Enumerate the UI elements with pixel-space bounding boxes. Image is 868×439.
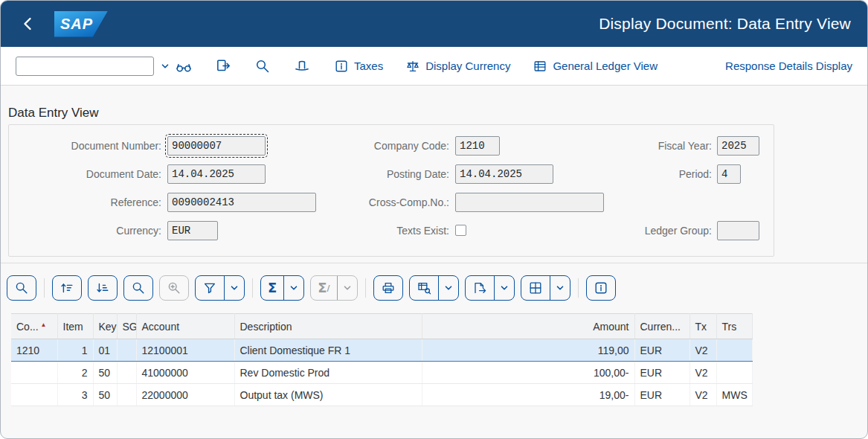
table-cell: 19,00- bbox=[422, 384, 634, 406]
column-header-amount[interactable]: Amount bbox=[422, 314, 634, 339]
document-date-label: Document Date: bbox=[9, 164, 161, 184]
column-header-label: Tx bbox=[695, 321, 707, 333]
column-header-label: Amount bbox=[593, 321, 629, 333]
back-button[interactable] bbox=[17, 13, 39, 35]
document-header-panel: Document Number: 90000007 Company Code: … bbox=[8, 124, 774, 257]
document-number-field[interactable]: 90000007 bbox=[167, 136, 266, 156]
cross-comp-no-field[interactable] bbox=[455, 193, 604, 212]
response-details-display-label: Response Details Display bbox=[725, 60, 852, 72]
column-header-label: Account bbox=[142, 321, 180, 333]
display-change-button[interactable] bbox=[174, 57, 193, 76]
chevron-down-icon[interactable] bbox=[156, 62, 174, 71]
toolbar-separator bbox=[365, 278, 366, 298]
column-header-account[interactable]: Account bbox=[136, 314, 234, 339]
views-button[interactable] bbox=[409, 275, 459, 301]
sort-ascending-icon bbox=[60, 281, 74, 295]
find-icon bbox=[131, 281, 146, 295]
chevron-down-icon[interactable] bbox=[337, 276, 357, 300]
table-cell bbox=[11, 362, 57, 384]
sort-ascending-button[interactable] bbox=[52, 275, 82, 301]
column-header-tx[interactable]: Tx bbox=[689, 314, 716, 339]
document-date-field[interactable]: 14.04.2025 bbox=[167, 164, 266, 184]
command-input[interactable] bbox=[16, 57, 156, 75]
subtotal-button[interactable]: Σ/ bbox=[310, 275, 357, 301]
filter-button[interactable] bbox=[195, 275, 245, 301]
print-button[interactable] bbox=[373, 275, 403, 301]
choose-detail-button[interactable] bbox=[7, 275, 36, 301]
sort-descending-button[interactable] bbox=[88, 275, 118, 301]
column-header-label: Description bbox=[240, 321, 292, 333]
chevron-down-icon[interactable] bbox=[224, 276, 244, 300]
toolbar-separator bbox=[578, 278, 579, 298]
table-cell: V2 bbox=[689, 362, 716, 384]
column-header-label: Trs bbox=[722, 321, 737, 333]
company-code-field[interactable]: 1210 bbox=[455, 136, 500, 156]
table-row[interactable]: 35022000000Output tax (MWS)19,00-EURV2MW… bbox=[11, 384, 752, 406]
views-icon bbox=[410, 276, 438, 300]
table-cell bbox=[716, 339, 752, 362]
chevron-down-icon[interactable] bbox=[550, 276, 570, 300]
table-cell: V2 bbox=[689, 339, 716, 362]
column-header-description[interactable]: Description bbox=[234, 314, 422, 339]
find-next-icon bbox=[167, 281, 181, 295]
sort-ascending-indicator: ▲ bbox=[41, 321, 47, 328]
filter-icon bbox=[196, 276, 224, 300]
document-number-label: Document Number: bbox=[9, 136, 161, 156]
export-button[interactable] bbox=[465, 275, 515, 301]
items-table-body: 121010112100001Client Domestique FR 1119… bbox=[11, 339, 752, 406]
column-header-label: Curren... bbox=[640, 321, 681, 333]
info-button[interactable] bbox=[586, 275, 616, 301]
find-button[interactable] bbox=[123, 275, 153, 301]
posting-date-field[interactable]: 14.04.2025 bbox=[455, 164, 553, 184]
ledger-table-icon bbox=[533, 59, 547, 74]
sort-descending-icon bbox=[95, 281, 110, 295]
texts-exist-checkbox[interactable] bbox=[455, 225, 466, 236]
table-cell: EUR bbox=[634, 384, 689, 406]
taxes-button[interactable]: Taxes bbox=[334, 59, 383, 74]
column-header-curren[interactable]: Curren... bbox=[634, 314, 689, 339]
layout-button[interactable] bbox=[521, 275, 570, 301]
display-currency-label: Display Currency bbox=[425, 60, 510, 72]
section-heading: Data Entry View bbox=[8, 106, 99, 121]
column-header-co[interactable]: Co...▲ bbox=[11, 314, 57, 339]
column-header-key[interactable]: Key bbox=[93, 314, 117, 339]
period-field[interactable]: 4 bbox=[717, 164, 741, 184]
column-header-label: Co... bbox=[16, 321, 39, 333]
table-cell bbox=[716, 362, 752, 384]
currency-field[interactable]: EUR bbox=[167, 221, 218, 240]
items-table-head-row: Co...▲ItemKeySGAccountDescriptionAmountC… bbox=[11, 314, 752, 339]
table-cell: 119,00 bbox=[422, 339, 634, 362]
chevron-down-icon[interactable] bbox=[494, 276, 514, 300]
other-document-button[interactable] bbox=[213, 57, 233, 76]
total-button[interactable]: Σ bbox=[260, 275, 304, 301]
grid-toolbar: Σ Σ/ bbox=[7, 275, 622, 301]
general-ledger-view-button[interactable]: General Ledger View bbox=[533, 59, 658, 74]
ledger-group-field[interactable] bbox=[717, 221, 759, 240]
table-row[interactable]: 25041000000Rev Domestic Prod100,00-EURV2 bbox=[11, 362, 752, 384]
texts-exist-label: Texts Exist: bbox=[292, 221, 449, 240]
find-next-button[interactable] bbox=[159, 275, 189, 301]
chevron-down-icon[interactable] bbox=[283, 276, 303, 300]
column-header-item[interactable]: Item bbox=[57, 314, 93, 339]
glasses-icon bbox=[176, 58, 192, 74]
select-detail-button[interactable] bbox=[253, 57, 272, 76]
table-cell: 1 bbox=[57, 339, 93, 362]
response-details-display-button[interactable]: Response Details Display bbox=[725, 60, 852, 72]
table-cell: 100,00- bbox=[422, 362, 634, 384]
command-field[interactable] bbox=[16, 57, 154, 76]
column-header-sg[interactable]: SG bbox=[117, 314, 136, 339]
ledger-group-label: Ledger Group: bbox=[559, 221, 712, 240]
document-header-button[interactable] bbox=[292, 57, 312, 76]
column-header-trs[interactable]: Trs bbox=[716, 314, 752, 339]
fiscal-year-label: Fiscal Year: bbox=[559, 136, 712, 156]
toolbar-separator bbox=[44, 278, 45, 298]
info-icon bbox=[594, 281, 608, 295]
display-currency-button[interactable]: Display Currency bbox=[405, 59, 510, 74]
table-row[interactable]: 121010112100001Client Domestique FR 1119… bbox=[11, 339, 752, 362]
table-cell: Client Domestique FR 1 bbox=[234, 339, 422, 362]
column-header-label: Item bbox=[63, 321, 83, 333]
chevron-down-icon[interactable] bbox=[438, 276, 458, 300]
table-cell bbox=[117, 362, 136, 384]
column-header-label: Key bbox=[99, 321, 117, 333]
fiscal-year-field[interactable]: 2025 bbox=[717, 136, 759, 156]
